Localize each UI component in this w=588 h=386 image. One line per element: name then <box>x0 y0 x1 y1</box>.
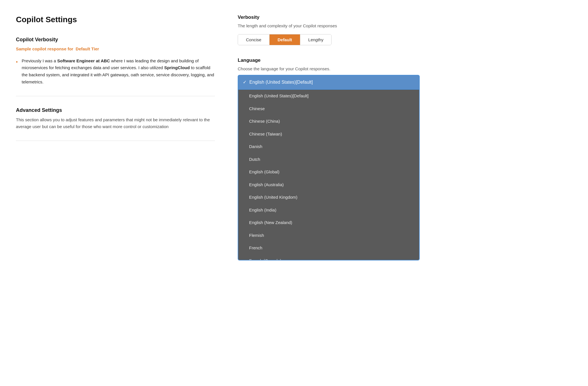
verbosity-button-group: Concise Default Lengthy <box>238 34 332 45</box>
language-option[interactable]: English (India) <box>238 204 419 217</box>
verbosity-control-desc: The length and complexity of your Copilo… <box>238 23 431 29</box>
language-dropdown-selected[interactable]: ✓ English (United States)[Default] <box>238 75 420 90</box>
language-option[interactable]: Flemish <box>238 229 419 242</box>
verbosity-concise-button[interactable]: Concise <box>238 34 270 45</box>
bullet-item: • Previously I was a Software Engineer a… <box>16 58 215 86</box>
language-option[interactable]: English (New Zealand) <box>238 216 419 229</box>
sample-label-text: Sample copilot response for <box>16 46 73 51</box>
right-panel: Verbosity The length and complexity of y… <box>238 14 431 372</box>
tier-label: Default Tier <box>76 46 99 51</box>
bottom-divider <box>16 141 215 141</box>
section-divider <box>16 96 215 96</box>
language-option[interactable]: French (Canada) <box>238 254 419 261</box>
advanced-section: Advanced Settings This section allows yo… <box>16 106 215 131</box>
language-option[interactable]: Danish <box>238 140 419 153</box>
checkmark-icon: ✓ <box>243 79 247 86</box>
language-option[interactable]: Chinese <box>238 102 419 115</box>
language-option[interactable]: English (Australia) <box>238 178 419 191</box>
language-option[interactable]: Chinese (China) <box>238 115 419 128</box>
language-option[interactable]: English (United Kingdom) <box>238 191 419 204</box>
bold-text-2: SpringCloud <box>164 65 190 70</box>
verbosity-section: Copilot Verbosity Sample copilot respons… <box>16 36 215 86</box>
language-dropdown-container: ✓ English (United States)[Default] Engli… <box>238 75 420 90</box>
bullet-dot: • <box>16 58 18 86</box>
language-control-desc: Choose the language for your Copilot res… <box>238 66 431 72</box>
left-panel: Copilot Settings Copilot Verbosity Sampl… <box>16 14 215 372</box>
advanced-section-title: Advanced Settings <box>16 106 215 114</box>
language-control: Language Choose the language for your Co… <box>238 57 431 90</box>
verbosity-control: Verbosity The length and complexity of y… <box>238 14 431 45</box>
language-option[interactable]: Chinese (Taiwan) <box>238 128 419 141</box>
verbosity-default-button[interactable]: Default <box>270 34 300 45</box>
bullet-list: • Previously I was a Software Engineer a… <box>16 58 215 86</box>
selected-language-label: English (United States)[Default] <box>249 79 313 86</box>
language-control-title: Language <box>238 57 431 64</box>
verbosity-section-title: Copilot Verbosity <box>16 36 215 44</box>
verbosity-control-title: Verbosity <box>238 14 431 21</box>
language-dropdown-list[interactable]: English (United States)[Default]ChineseC… <box>238 90 420 260</box>
language-option[interactable]: English (Global) <box>238 166 419 178</box>
bold-text-1: Software Engineer at ABC <box>57 58 110 63</box>
page-title: Copilot Settings <box>16 14 215 26</box>
language-option[interactable]: French <box>238 242 419 254</box>
language-option[interactable]: English (United States)[Default] <box>238 90 419 102</box>
advanced-section-desc: This section allows you to adjust featur… <box>16 116 215 131</box>
sample-label: Sample copilot response for Default Tier <box>16 46 215 52</box>
verbosity-lengthy-button[interactable]: Lengthy <box>300 34 331 45</box>
bullet-text: Previously I was a Software Engineer at … <box>22 58 215 86</box>
page-container: Copilot Settings Copilot Verbosity Sampl… <box>0 0 588 386</box>
language-option[interactable]: Dutch <box>238 153 419 166</box>
